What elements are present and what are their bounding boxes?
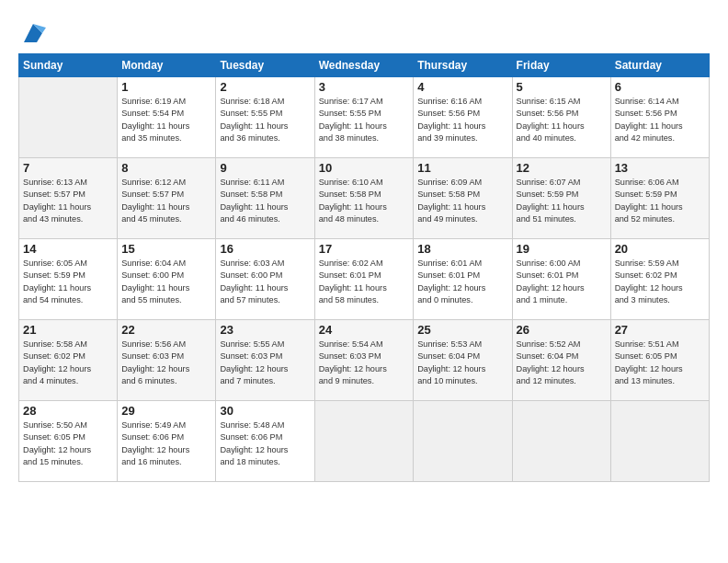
cell-info-text: Sunrise: 6:17 AM Sunset: 5:55 PM Dayligh…	[319, 96, 410, 144]
calendar-cell: 29Sunrise: 5:49 AM Sunset: 6:06 PM Dayli…	[118, 401, 216, 482]
calendar-cell: 8Sunrise: 6:12 AM Sunset: 5:57 PM Daylig…	[118, 158, 216, 239]
calendar-cell: 23Sunrise: 5:55 AM Sunset: 6:03 PM Dayli…	[216, 320, 314, 401]
cell-day-number: 3	[319, 80, 410, 94]
calendar-cell: 5Sunrise: 6:15 AM Sunset: 5:56 PM Daylig…	[512, 77, 610, 158]
cell-day-number: 23	[220, 323, 310, 337]
calendar-cell: 24Sunrise: 5:54 AM Sunset: 6:03 PM Dayli…	[314, 320, 414, 401]
calendar-week-row: 1Sunrise: 6:19 AM Sunset: 5:54 PM Daylig…	[19, 77, 710, 158]
calendar-cell: 25Sunrise: 5:53 AM Sunset: 6:04 PM Dayli…	[414, 320, 512, 401]
cell-info-text: Sunrise: 6:04 AM Sunset: 6:00 PM Dayligh…	[121, 258, 211, 306]
calendar-cell: 20Sunrise: 5:59 AM Sunset: 6:02 PM Dayli…	[610, 239, 709, 320]
logo-text	[18, 20, 46, 46]
cell-day-number: 15	[121, 242, 211, 256]
cell-day-number: 7	[23, 161, 113, 175]
calendar-week-row: 14Sunrise: 6:05 AM Sunset: 5:59 PM Dayli…	[19, 239, 710, 320]
cell-info-text: Sunrise: 6:06 AM Sunset: 5:59 PM Dayligh…	[615, 177, 705, 225]
cell-info-text: Sunrise: 5:58 AM Sunset: 6:02 PM Dayligh…	[23, 339, 113, 387]
logo-icon	[20, 20, 46, 46]
cell-info-text: Sunrise: 6:05 AM Sunset: 5:59 PM Dayligh…	[23, 258, 113, 306]
cell-info-text: Sunrise: 6:19 AM Sunset: 5:54 PM Dayligh…	[121, 96, 211, 144]
calendar-table: SundayMondayTuesdayWednesdayThursdayFrid…	[18, 53, 710, 482]
cell-info-text: Sunrise: 6:02 AM Sunset: 6:01 PM Dayligh…	[319, 258, 410, 306]
cell-day-number: 22	[121, 323, 211, 337]
cell-day-number: 10	[319, 161, 410, 175]
calendar-cell: 3Sunrise: 6:17 AM Sunset: 5:55 PM Daylig…	[314, 77, 414, 158]
cell-info-text: Sunrise: 6:13 AM Sunset: 5:57 PM Dayligh…	[23, 177, 113, 225]
calendar-cell	[414, 401, 512, 482]
cell-day-number: 12	[517, 161, 607, 175]
cell-day-number: 4	[417, 80, 507, 94]
cell-day-number: 16	[220, 242, 310, 256]
cell-day-number: 21	[23, 323, 113, 337]
calendar-cell: 9Sunrise: 6:11 AM Sunset: 5:58 PM Daylig…	[216, 158, 314, 239]
cell-day-number: 25	[417, 323, 507, 337]
cell-day-number: 30	[220, 404, 310, 418]
calendar-cell: 19Sunrise: 6:00 AM Sunset: 6:01 PM Dayli…	[512, 239, 610, 320]
calendar-week-row: 21Sunrise: 5:58 AM Sunset: 6:02 PM Dayli…	[19, 320, 710, 401]
calendar-cell: 18Sunrise: 6:01 AM Sunset: 6:01 PM Dayli…	[414, 239, 512, 320]
calendar-cell: 30Sunrise: 5:48 AM Sunset: 6:06 PM Dayli…	[216, 401, 314, 482]
cell-day-number: 18	[417, 242, 507, 256]
cell-day-number: 29	[121, 404, 211, 418]
cell-day-number: 26	[517, 323, 607, 337]
cell-day-number: 9	[220, 161, 310, 175]
calendar-cell: 7Sunrise: 6:13 AM Sunset: 5:57 PM Daylig…	[19, 158, 118, 239]
cell-day-number: 8	[121, 161, 211, 175]
cell-info-text: Sunrise: 5:54 AM Sunset: 6:03 PM Dayligh…	[319, 339, 410, 387]
cell-info-text: Sunrise: 5:53 AM Sunset: 6:04 PM Dayligh…	[417, 339, 507, 387]
cell-day-number: 13	[615, 161, 705, 175]
cell-info-text: Sunrise: 6:12 AM Sunset: 5:57 PM Dayligh…	[121, 177, 211, 225]
cell-day-number: 27	[615, 323, 705, 337]
header	[18, 17, 710, 46]
cell-info-text: Sunrise: 6:15 AM Sunset: 5:56 PM Dayligh…	[517, 96, 607, 144]
cell-info-text: Sunrise: 5:52 AM Sunset: 6:04 PM Dayligh…	[517, 339, 607, 387]
cell-info-text: Sunrise: 5:55 AM Sunset: 6:03 PM Dayligh…	[220, 339, 310, 387]
calendar-header-row: SundayMondayTuesdayWednesdayThursdayFrid…	[19, 54, 710, 77]
cell-info-text: Sunrise: 6:07 AM Sunset: 5:59 PM Dayligh…	[517, 177, 607, 225]
cell-info-text: Sunrise: 6:14 AM Sunset: 5:56 PM Dayligh…	[615, 96, 705, 144]
cell-day-number: 6	[615, 80, 705, 94]
cell-day-number: 11	[417, 161, 507, 175]
logo	[18, 20, 46, 46]
page: SundayMondayTuesdayWednesdayThursdayFrid…	[0, 0, 728, 491]
weekday-header: Monday	[118, 54, 216, 77]
cell-day-number: 28	[23, 404, 113, 418]
calendar-cell: 2Sunrise: 6:18 AM Sunset: 5:55 PM Daylig…	[216, 77, 314, 158]
calendar-week-row: 28Sunrise: 5:50 AM Sunset: 6:05 PM Dayli…	[19, 401, 710, 482]
cell-info-text: Sunrise: 5:49 AM Sunset: 6:06 PM Dayligh…	[121, 419, 211, 468]
calendar-cell: 4Sunrise: 6:16 AM Sunset: 5:56 PM Daylig…	[414, 77, 512, 158]
calendar-cell: 26Sunrise: 5:52 AM Sunset: 6:04 PM Dayli…	[512, 320, 610, 401]
cell-info-text: Sunrise: 6:16 AM Sunset: 5:56 PM Dayligh…	[417, 96, 507, 144]
calendar-cell: 16Sunrise: 6:03 AM Sunset: 6:00 PM Dayli…	[216, 239, 314, 320]
weekday-header: Wednesday	[314, 54, 414, 77]
weekday-header: Sunday	[19, 54, 118, 77]
calendar-cell: 6Sunrise: 6:14 AM Sunset: 5:56 PM Daylig…	[610, 77, 709, 158]
cell-info-text: Sunrise: 6:09 AM Sunset: 5:58 PM Dayligh…	[417, 177, 507, 225]
calendar-week-row: 7Sunrise: 6:13 AM Sunset: 5:57 PM Daylig…	[19, 158, 710, 239]
calendar-cell: 12Sunrise: 6:07 AM Sunset: 5:59 PM Dayli…	[512, 158, 610, 239]
cell-info-text: Sunrise: 5:48 AM Sunset: 6:06 PM Dayligh…	[220, 419, 310, 468]
calendar-cell: 15Sunrise: 6:04 AM Sunset: 6:00 PM Dayli…	[118, 239, 216, 320]
calendar-cell: 17Sunrise: 6:02 AM Sunset: 6:01 PM Dayli…	[314, 239, 414, 320]
cell-info-text: Sunrise: 6:03 AM Sunset: 6:00 PM Dayligh…	[220, 258, 310, 306]
cell-day-number: 1	[121, 80, 211, 94]
cell-info-text: Sunrise: 6:11 AM Sunset: 5:58 PM Dayligh…	[220, 177, 310, 225]
weekday-header: Saturday	[610, 54, 709, 77]
cell-info-text: Sunrise: 5:59 AM Sunset: 6:02 PM Dayligh…	[615, 258, 705, 306]
cell-info-text: Sunrise: 5:51 AM Sunset: 6:05 PM Dayligh…	[615, 339, 705, 387]
weekday-header: Tuesday	[216, 54, 314, 77]
calendar-cell: 1Sunrise: 6:19 AM Sunset: 5:54 PM Daylig…	[118, 77, 216, 158]
cell-info-text: Sunrise: 5:50 AM Sunset: 6:05 PM Dayligh…	[23, 419, 113, 468]
calendar-cell	[314, 401, 414, 482]
weekday-header: Thursday	[414, 54, 512, 77]
cell-info-text: Sunrise: 5:56 AM Sunset: 6:03 PM Dayligh…	[121, 339, 211, 387]
calendar-cell: 13Sunrise: 6:06 AM Sunset: 5:59 PM Dayli…	[610, 158, 709, 239]
cell-day-number: 24	[319, 323, 410, 337]
cell-day-number: 17	[319, 242, 410, 256]
calendar-cell: 11Sunrise: 6:09 AM Sunset: 5:58 PM Dayli…	[414, 158, 512, 239]
calendar-cell: 14Sunrise: 6:05 AM Sunset: 5:59 PM Dayli…	[19, 239, 118, 320]
cell-day-number: 20	[615, 242, 705, 256]
calendar-cell: 22Sunrise: 5:56 AM Sunset: 6:03 PM Dayli…	[118, 320, 216, 401]
weekday-header: Friday	[512, 54, 610, 77]
calendar-cell	[610, 401, 709, 482]
